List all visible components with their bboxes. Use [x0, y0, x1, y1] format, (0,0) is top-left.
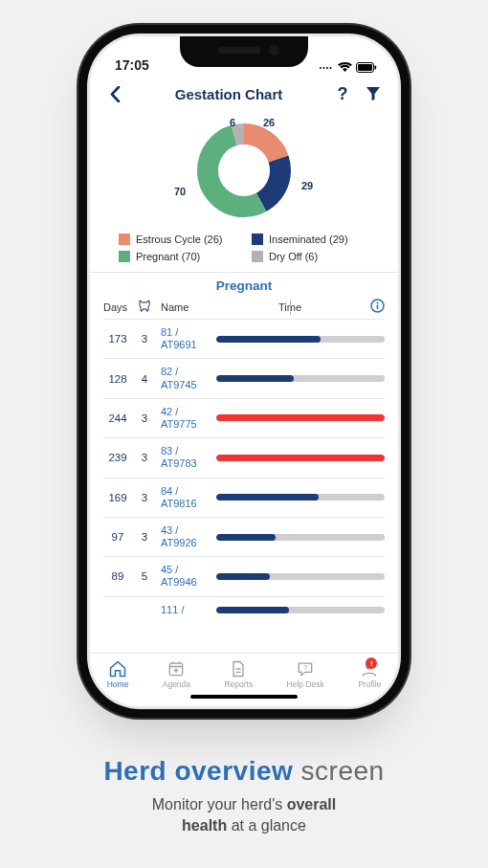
cell-count: 3 [136, 452, 153, 463]
table-row[interactable]: 169384 /AT9816 [103, 478, 385, 517]
progress-fill [216, 573, 270, 580]
progress-fill [216, 455, 385, 461]
svg-point-3 [330, 67, 332, 69]
chart-legend: Estrous Cycle (26) Inseminated (29) Preg… [90, 230, 398, 272]
cell-name: 83 /AT9783 [157, 445, 212, 470]
progress-fill [216, 494, 319, 501]
table-row[interactable]: 239383 /AT9783 [103, 437, 385, 477]
col-header-time: Time [216, 301, 364, 313]
section-title: Pregnant [90, 272, 398, 293]
legend-swatch [119, 251, 130, 262]
cell-count: 3 [136, 333, 153, 345]
nav-label: Profile [358, 679, 381, 689]
progress-track [216, 414, 385, 421]
donut-label-29: 29 [301, 180, 313, 191]
home-indicator [190, 695, 298, 700]
cell-name: 42 /AT9775 [157, 406, 212, 431]
nav-label: Reports [224, 679, 253, 689]
info-button[interactable] [367, 299, 385, 315]
legend-swatch [252, 234, 263, 245]
gestation-donut-chart: 26 6 29 70 [90, 113, 398, 230]
progress-track [216, 573, 385, 580]
home-icon [108, 659, 127, 679]
nav-label: Help Desk [287, 679, 324, 689]
cell-name: 81 /AT9691 [157, 326, 212, 351]
nav-label: Home [107, 679, 129, 689]
cell-name: 84 /AT9816 [157, 485, 212, 510]
battery-icon [356, 62, 377, 73]
app-header: Gestation Chart ? [90, 75, 398, 113]
nav-home[interactable]: Home [107, 659, 129, 689]
page-title: Gestation Chart [134, 86, 323, 102]
cow-icon [138, 300, 151, 313]
marketing-title-accent: Herd overview [103, 756, 293, 786]
progress-fill [216, 534, 276, 541]
status-time: 17:05 [115, 57, 149, 73]
marketing-title-rest: screen [293, 756, 384, 786]
legend-label: Pregnant (70) [136, 251, 200, 262]
svg-point-0 [320, 67, 322, 69]
calendar-icon [166, 659, 186, 679]
phone-notch [180, 36, 308, 67]
cell-days: 97 [103, 531, 132, 543]
pregnant-table[interactable]: 173381 /AT9691128482 /AT9745244342 /AT97… [90, 319, 398, 653]
progress-track [216, 455, 385, 461]
svg-rect-9 [377, 304, 379, 309]
back-button[interactable] [103, 82, 126, 105]
donut-label-6: 6 [230, 117, 235, 128]
progress-track [216, 534, 385, 541]
svg-point-2 [326, 67, 328, 69]
legend-item: Dry Off (6) [252, 251, 377, 262]
legend-swatch [119, 234, 130, 245]
funnel-icon [366, 86, 381, 101]
info-icon [370, 299, 385, 313]
cell-name: 43 /AT9926 [157, 524, 212, 549]
chevron-left-icon [110, 86, 121, 102]
col-header-name: Name [157, 301, 212, 313]
wifi-icon [338, 62, 352, 73]
nav-helpdesk[interactable]: ? Help Desk [287, 659, 324, 689]
svg-rect-6 [375, 66, 377, 70]
progress-fill [216, 414, 385, 421]
donut-label-70: 70 [174, 186, 186, 197]
donut-svg: 26 6 29 70 [163, 117, 325, 224]
svg-rect-5 [358, 64, 372, 71]
table-row[interactable]: 128482 /AT9745 [103, 358, 385, 397]
progress-track [216, 375, 385, 382]
col-header-cow-icon [136, 300, 153, 315]
cell-name: 111 / [157, 604, 212, 616]
table-row[interactable]: 97343 /AT9926 [103, 517, 385, 556]
svg-point-8 [377, 302, 379, 304]
cell-name: 82 /AT9745 [157, 366, 212, 390]
legend-item: Pregnant (70) [119, 251, 244, 262]
cell-days: 239 [103, 452, 132, 463]
cell-count: 4 [136, 373, 153, 385]
cell-days: 173 [103, 333, 132, 345]
progress-fill [216, 375, 294, 382]
cell-count: 3 [136, 531, 153, 543]
cell-days: 244 [103, 412, 132, 424]
status-indicators [319, 62, 377, 73]
table-row[interactable]: 244342 /AT9775 [103, 398, 385, 437]
table-row[interactable]: 89545 /AT9946 [103, 556, 385, 595]
dots-icon [319, 63, 334, 73]
nav-reports[interactable]: Reports [224, 659, 253, 689]
progress-fill [216, 336, 321, 343]
table-row[interactable]: 173381 /AT9691 [103, 319, 385, 358]
nav-profile[interactable]: ! Profile [358, 659, 381, 689]
filter-button[interactable] [362, 82, 385, 105]
marketing-title: Herd overview screen [0, 756, 488, 787]
help-button[interactable]: ? [331, 82, 354, 105]
nav-label: Agenda [163, 679, 190, 689]
progress-fill [216, 607, 289, 613]
legend-swatch [252, 251, 263, 262]
nav-agenda[interactable]: Agenda [163, 659, 190, 689]
table-row[interactable]: 111 / [103, 596, 385, 623]
marketing-subtitle: Monitor your herd's overall health at a … [0, 794, 488, 835]
donut-hole [233, 160, 255, 181]
table-header: Days Name Time [90, 293, 398, 319]
cell-name: 45 /AT9946 [157, 564, 212, 589]
legend-item: Inseminated (29) [252, 234, 377, 245]
cell-days: 128 [103, 373, 132, 385]
progress-track [216, 336, 385, 343]
